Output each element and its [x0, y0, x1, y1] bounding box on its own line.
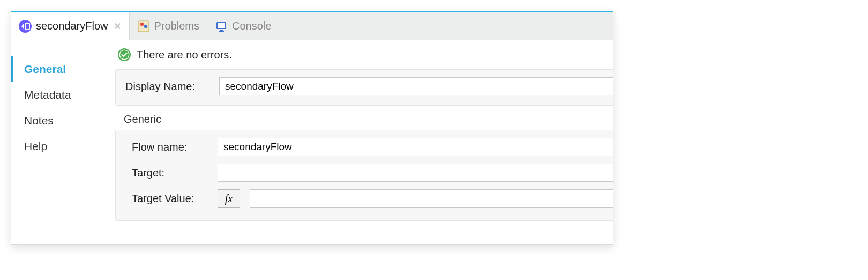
- target-label: Target:: [132, 167, 218, 179]
- flow-icon: [19, 20, 32, 33]
- tab-problems[interactable]: Problems: [130, 12, 207, 40]
- svg-point-3: [140, 22, 143, 25]
- content-area: General Metadata Notes Help: [11, 40, 613, 244]
- svg-rect-7: [220, 30, 223, 31]
- editor-window: secondaryFlow ✕ Problems: [11, 11, 613, 245]
- sidebar: General Metadata Notes Help: [11, 40, 113, 244]
- svg-rect-6: [218, 23, 225, 28]
- problems-icon: [137, 20, 150, 33]
- flow-name-label: Flow name:: [132, 141, 218, 153]
- sidebar-item-metadata[interactable]: Metadata: [11, 82, 113, 108]
- display-name-row: Display Name:: [125, 77, 613, 95]
- sidebar-item-label: Notes: [24, 114, 54, 127]
- sidebar-item-label: Metadata: [24, 89, 71, 101]
- display-name-input[interactable]: [219, 77, 613, 95]
- tab-bar: secondaryFlow ✕ Problems: [11, 12, 613, 40]
- tab-label: Problems: [154, 20, 199, 32]
- target-value-label: Target Value:: [132, 193, 218, 205]
- sidebar-item-general[interactable]: General: [11, 56, 113, 82]
- target-input[interactable]: [218, 164, 613, 182]
- target-row: Target:: [132, 164, 613, 182]
- main-panel: There are no errors. Display Name: Gener…: [113, 40, 613, 244]
- check-icon: [117, 48, 131, 62]
- generic-panel: Flow name: Target: Target Value: fx: [115, 130, 613, 221]
- sidebar-item-label: Help: [24, 140, 47, 152]
- display-name-panel: Display Name:: [115, 69, 613, 106]
- generic-section-title: Generic: [113, 106, 613, 130]
- svg-point-4: [144, 24, 147, 27]
- flow-name-input[interactable]: [218, 138, 613, 156]
- tab-secondaryflow[interactable]: secondaryFlow ✕: [11, 12, 130, 40]
- status-row: There are no errors.: [113, 40, 613, 69]
- tab-label: Console: [232, 20, 271, 32]
- target-value-row: Target Value: fx: [132, 189, 613, 208]
- tab-console[interactable]: Console: [207, 12, 279, 40]
- fx-icon: fx: [225, 193, 233, 205]
- svg-rect-8: [219, 31, 224, 32]
- status-message: There are no errors.: [137, 49, 232, 61]
- fx-button[interactable]: fx: [218, 189, 240, 208]
- tab-label: secondaryFlow: [36, 20, 108, 32]
- sidebar-item-notes[interactable]: Notes: [11, 108, 113, 134]
- target-value-group: fx: [218, 189, 613, 208]
- console-icon: [215, 20, 228, 33]
- sidebar-item-label: General: [24, 63, 66, 75]
- close-icon[interactable]: ✕: [114, 20, 122, 32]
- sidebar-item-help[interactable]: Help: [11, 134, 113, 159]
- target-value-input[interactable]: [250, 189, 613, 208]
- flow-name-row: Flow name:: [132, 138, 613, 156]
- display-name-label: Display Name:: [125, 80, 219, 93]
